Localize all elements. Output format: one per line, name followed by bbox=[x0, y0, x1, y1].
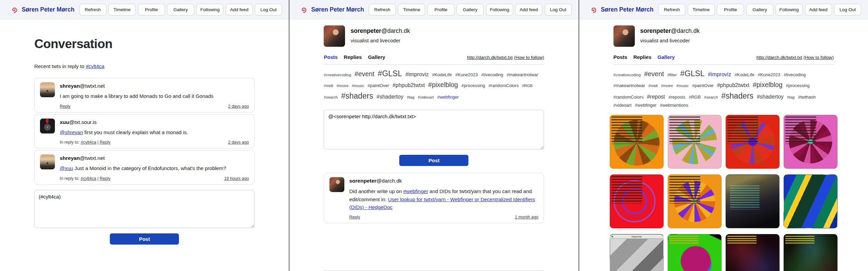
gallery-image[interactable] bbox=[726, 234, 780, 271]
hashtag-link[interactable]: #processing bbox=[786, 82, 810, 89]
hashtag-link[interactable]: #reposts bbox=[668, 94, 685, 101]
hashtag-link[interactable]: #GLSL bbox=[378, 68, 402, 80]
hashtag-link[interactable]: #KodeLife bbox=[734, 71, 754, 78]
profile-button[interactable]: Profile bbox=[427, 4, 455, 16]
tab-posts[interactable]: Posts bbox=[613, 54, 627, 60]
tab-replies[interactable]: Replies bbox=[344, 54, 362, 60]
hashtag-link[interactable]: #filter bbox=[667, 72, 677, 78]
hashtag-link[interactable]: #phpub2twtxt bbox=[392, 81, 425, 89]
feed-url-link[interactable]: http://darch.dk/twtxt.txt bbox=[756, 55, 802, 60]
hashtag-link[interactable]: #livecoding bbox=[481, 71, 503, 78]
hashtag-link[interactable]: #music bbox=[352, 83, 364, 89]
gallery-image[interactable] bbox=[726, 174, 780, 228]
hashtag-link[interactable]: #randomColors bbox=[488, 82, 519, 89]
in-reply-hash-link[interactable]: #cylt4ca bbox=[81, 176, 96, 181]
brand[interactable]: Søren Peter Mørch bbox=[10, 5, 75, 14]
hashtag-link[interactable]: #pixelblog bbox=[428, 80, 458, 90]
hashtag-link[interactable]: #midi bbox=[324, 83, 333, 89]
hashtag-link[interactable]: #webfinger bbox=[437, 94, 459, 101]
gallery-button[interactable]: Gallery bbox=[457, 4, 484, 16]
hashtag-link[interactable]: #webfinger bbox=[635, 102, 657, 109]
brand[interactable]: Søren Peter Mørch bbox=[589, 5, 654, 14]
hashtag-link[interactable]: #twthash bbox=[798, 94, 815, 101]
reply-link[interactable]: Reply bbox=[349, 215, 360, 220]
in-reply-hash-link[interactable]: #cylt4ca bbox=[81, 140, 96, 145]
post-button[interactable]: Post bbox=[110, 233, 179, 245]
gallery-image[interactable] bbox=[610, 174, 664, 228]
hashtag-link[interactable]: #videoart bbox=[418, 95, 434, 100]
logout-button[interactable]: Log Out bbox=[834, 4, 861, 16]
gallery-image[interactable] bbox=[668, 174, 722, 228]
hashtag-link[interactable]: #improviz bbox=[708, 70, 731, 79]
timestamp-link[interactable]: 19 hours ago bbox=[224, 176, 249, 181]
gallery-image[interactable] bbox=[726, 115, 780, 169]
hashtag-link[interactable]: #moire bbox=[337, 83, 348, 89]
hashtag-link[interactable]: #search bbox=[704, 95, 718, 100]
tab-replies[interactable]: Replies bbox=[633, 54, 651, 60]
post-button[interactable]: Post bbox=[399, 155, 468, 166]
hashtag-link[interactable]: #paintOver bbox=[692, 82, 714, 89]
timeline-button[interactable]: Timeline bbox=[108, 4, 136, 16]
refresh-button[interactable]: Refresh bbox=[369, 4, 396, 16]
hashtag-link[interactable]: #webfinger bbox=[403, 188, 428, 194]
add-feed-button[interactable]: Add feed bbox=[226, 4, 253, 16]
following-button[interactable]: Following bbox=[775, 4, 803, 16]
hashtag-link[interactable]: #webmentions bbox=[660, 102, 688, 109]
hashtag-link[interactable]: #livecoding bbox=[784, 71, 806, 78]
hashtag-link[interactable]: #randomColors bbox=[613, 94, 644, 101]
logout-button[interactable]: Log Out bbox=[545, 4, 572, 16]
gallery-image[interactable] bbox=[668, 115, 722, 169]
timeline-button[interactable]: Timeline bbox=[688, 4, 715, 16]
reply-link[interactable]: Reply bbox=[60, 104, 70, 109]
conversation-hash-link[interactable]: #cylt4ca bbox=[86, 63, 104, 69]
how-to-follow-link[interactable]: (How to follow) bbox=[804, 55, 834, 60]
refresh-button[interactable]: Refresh bbox=[658, 4, 685, 16]
gallery-button[interactable]: Gallery bbox=[167, 4, 194, 16]
timestamp-link[interactable]: 2 days ago bbox=[228, 140, 249, 145]
gallery-image[interactable] bbox=[668, 234, 722, 271]
gallery-image[interactable] bbox=[610, 115, 664, 169]
mention-link[interactable]: @shreyan bbox=[60, 129, 83, 135]
how-to-follow-link[interactable]: (How to follow) bbox=[514, 55, 544, 60]
profile-button[interactable]: Profile bbox=[138, 4, 165, 16]
refresh-button[interactable]: Refresh bbox=[79, 4, 106, 16]
hashtag-link[interactable]: #makeartnotwar bbox=[613, 82, 645, 89]
gallery-image[interactable] bbox=[784, 174, 837, 228]
reply-link[interactable]: Reply bbox=[100, 176, 110, 181]
hashtag-link[interactable]: #shadertoy bbox=[757, 93, 784, 101]
hashtag-link[interactable]: #moire bbox=[661, 83, 673, 89]
hashtag-link[interactable]: #midi bbox=[648, 83, 658, 89]
mention-link[interactable]: @xuu bbox=[60, 165, 73, 171]
hashtag-link[interactable]: #RGB bbox=[522, 83, 532, 89]
timeline-button[interactable]: Timeline bbox=[398, 4, 425, 16]
hashtag-link[interactable]: #improviz bbox=[405, 70, 428, 79]
compose-input[interactable]: @<sorenpeter http://darch.dk/twtxt.txt> bbox=[324, 110, 544, 149]
hashtag-link[interactable]: #creativecoding bbox=[613, 72, 641, 78]
add-feed-button[interactable]: Add feed bbox=[515, 4, 542, 16]
hashtag-link[interactable]: #shadertoy bbox=[377, 93, 403, 101]
logout-button[interactable]: Log Out bbox=[255, 4, 282, 16]
reply-link[interactable]: Reply bbox=[100, 140, 110, 145]
brand[interactable]: Søren Peter Mørch bbox=[300, 5, 364, 14]
hashtag-link[interactable]: #tag bbox=[787, 95, 794, 100]
hashtag-link[interactable]: #search bbox=[324, 95, 338, 100]
gallery-image[interactable] bbox=[784, 234, 837, 271]
hashtag-link[interactable]: #music bbox=[677, 83, 689, 89]
feed-url-link[interactable]: http://darch.dk/twtxt.txt bbox=[467, 55, 512, 60]
hashtag-link[interactable]: #event bbox=[355, 69, 375, 79]
hashtag-link[interactable]: #shaders bbox=[341, 90, 373, 102]
tab-gallery[interactable]: Gallery bbox=[368, 54, 385, 60]
tab-posts[interactable]: Posts bbox=[324, 54, 338, 60]
hashtag-link[interactable]: #RGB bbox=[689, 94, 701, 101]
gallery-button[interactable]: Gallery bbox=[746, 4, 773, 16]
hashtag-link[interactable]: #shaders bbox=[721, 90, 753, 102]
tab-gallery[interactable]: Gallery bbox=[658, 54, 675, 60]
hashtag-link[interactable]: #pixelblog bbox=[753, 80, 783, 90]
hashtag-link[interactable]: #event bbox=[644, 69, 664, 79]
hashtag-link[interactable]: #repost bbox=[647, 93, 665, 101]
timestamp-link[interactable]: 2 days ago bbox=[228, 104, 249, 109]
profile-button[interactable]: Profile bbox=[717, 4, 744, 16]
hashtag-link[interactable]: #KodeLife bbox=[432, 71, 452, 78]
hashtag-link[interactable]: #makeartnotwar bbox=[507, 71, 538, 78]
hashtag-link[interactable]: #tag bbox=[407, 95, 414, 100]
